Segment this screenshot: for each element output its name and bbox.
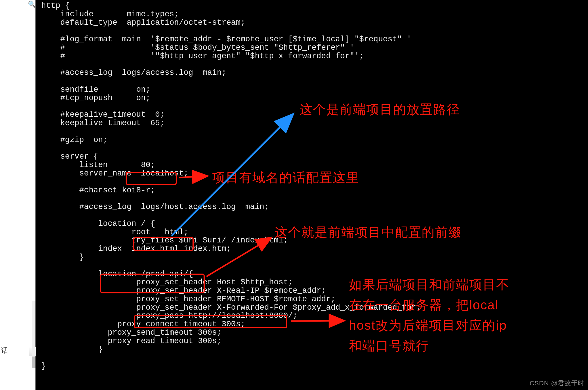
annotation-backend-l4: 和端口号就行 (349, 338, 429, 354)
left-scrollbar-thumb[interactable] (32, 357, 35, 368)
page-root: 🔍 http { include mime.types; default_typ… (0, 0, 588, 390)
search-icon[interactable]: 🔍 (28, 1, 36, 8)
annotation-server-name: 项目有域名的话配置这里 (212, 169, 359, 186)
annotation-backend-l3: host改为后端项目对应的ip (349, 317, 507, 334)
annotation-frontend-path: 这个是前端项目的放置路径 (300, 101, 460, 118)
left-strip: 🔍 (0, 0, 35, 390)
annotation-backend-l1: 如果后端项目和前端项目不 (349, 276, 509, 293)
annotation-backend-l2: 在在一台服务器，把local (349, 297, 499, 313)
left-bottom-char: 话 (1, 346, 8, 355)
annotation-prefix: 这个就是前端项目中配置的前缀 (275, 224, 462, 240)
